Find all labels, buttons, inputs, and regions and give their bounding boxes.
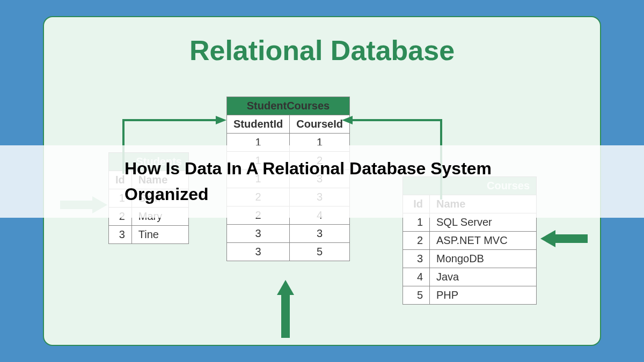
student-courses-col-studentid: StudentId [227, 115, 290, 134]
svg-marker-5 [540, 230, 555, 247]
table-row: 4Java [403, 268, 537, 286]
table-row: 33 [227, 225, 350, 243]
table-row: 5PHP [403, 286, 537, 305]
arrow-bottom-icon [275, 280, 296, 339]
svg-marker-7 [277, 280, 294, 295]
student-courses-table-title: StudentCourses [227, 97, 350, 115]
table-row: 3Tine [109, 226, 189, 244]
svg-marker-1 [342, 116, 353, 124]
student-courses-col-courseid: CourseId [290, 115, 350, 134]
table-row: 2ASP.NET MVC [403, 232, 537, 250]
overlay-heading: How Is Data In A Relational Database Sys… [125, 156, 532, 207]
svg-marker-0 [216, 116, 226, 124]
table-row: 35 [227, 243, 350, 261]
table-row: 3MongoDB [403, 250, 537, 268]
arrow-right-icon [540, 228, 589, 249]
diagram-title: Relational Database [44, 34, 600, 67]
